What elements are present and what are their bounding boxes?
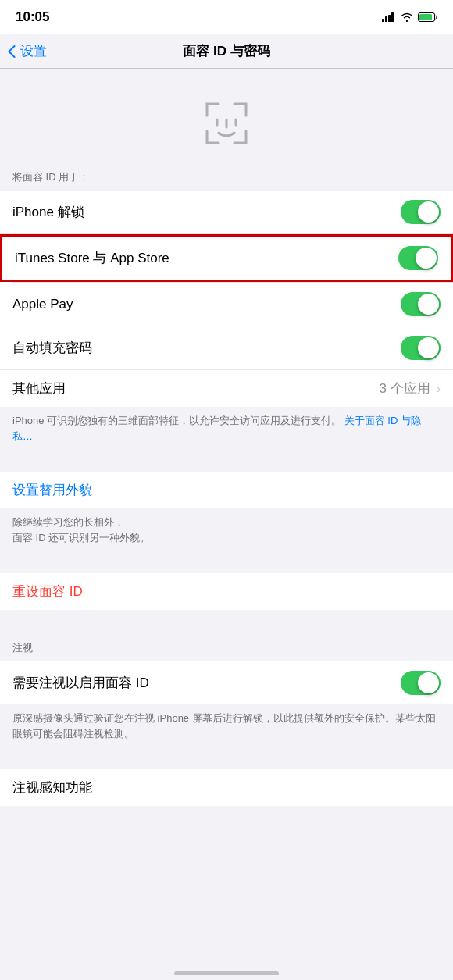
svg-rect-3	[391, 12, 394, 22]
require-attention-label: 需要注视以启用面容 ID	[12, 674, 149, 692]
attention-description: 原深感摄像头通过验证您在注视 iPhone 屏幕后进行解锁，以此提供额外的安全保…	[0, 704, 453, 754]
setup-alternate-label: 设置替用外貌	[12, 481, 92, 499]
section-label: 将面容 ID 用于：	[0, 170, 453, 191]
require-attention-row: 需要注视以启用面容 ID	[0, 661, 453, 704]
svg-rect-1	[385, 16, 387, 22]
itunes-appstore-row-inner: iTunes Store 与 App Store	[2, 237, 451, 280]
toggle-thumb	[418, 201, 439, 223]
face-id-container	[0, 69, 453, 170]
iphone-unlock-label: iPhone 解锁	[12, 203, 84, 221]
autofill-label: 自动填充密码	[12, 339, 92, 357]
itunes-appstore-label: iTunes Store 与 App Store	[15, 249, 169, 267]
back-button[interactable]: 设置	[8, 42, 47, 60]
reset-face-id-label: 重设面容 ID	[12, 583, 83, 600]
section-gap-4	[0, 625, 453, 641]
status-bar: 10:05	[0, 0, 453, 34]
svg-rect-2	[388, 15, 391, 22]
signal-icon	[382, 12, 396, 22]
chevron-icon: ›	[437, 382, 441, 396]
section-gap-5	[0, 754, 453, 769]
other-apps-value: 3 个应用 ›	[379, 380, 441, 397]
status-time: 10:05	[16, 9, 49, 25]
face-id-icon	[195, 92, 258, 155]
attention-settings-group: 需要注视以启用面容 ID	[0, 661, 453, 704]
toggle-thumb	[418, 337, 439, 358]
svg-rect-5	[419, 14, 432, 20]
back-label: 设置	[20, 42, 47, 60]
other-apps-row[interactable]: 其他应用 3 个应用 ›	[0, 370, 453, 407]
face-id-description: iPhone 可识别您独有的三维面部特征，以允许安全访问应用及进行支付。 关于面…	[0, 407, 453, 456]
toggle-thumb	[418, 672, 439, 693]
svg-rect-0	[382, 19, 384, 22]
setup-alternate-row[interactable]: 设置替用外貌	[0, 472, 453, 508]
settings-group-main: iPhone 解锁 iTunes Store 与 App Store Apple…	[0, 191, 453, 407]
status-icons	[382, 12, 437, 22]
itunes-appstore-toggle[interactable]	[398, 246, 438, 270]
itunes-appstore-row: iTunes Store 与 App Store	[0, 234, 453, 282]
attention-section-label: 注视	[0, 641, 453, 661]
section-gap-3	[0, 610, 453, 625]
toggle-thumb	[416, 248, 437, 269]
attention-aware-row: 注视感知功能	[0, 769, 453, 806]
attention-aware-label: 注视感知功能	[12, 779, 92, 796]
other-apps-label: 其他应用	[12, 380, 66, 397]
apple-pay-toggle[interactable]	[401, 292, 441, 316]
apple-pay-label: Apple Pay	[12, 297, 73, 312]
iphone-unlock-toggle[interactable]	[401, 200, 441, 224]
page-title: 面容 ID 与密码	[183, 42, 269, 60]
autofill-toggle[interactable]	[401, 336, 441, 360]
battery-icon	[418, 12, 437, 22]
apple-pay-row: Apple Pay	[0, 283, 453, 326]
autofill-row: 自动填充密码	[0, 326, 453, 370]
reset-face-id-row[interactable]: 重设面容 ID	[0, 573, 453, 610]
setup-alternate-desc: 除继续学习您的长相外，面容 ID 还可识别另一种外貌。	[0, 508, 453, 558]
iphone-unlock-row: iPhone 解锁	[0, 191, 453, 234]
toggle-thumb	[418, 294, 439, 315]
section-gap-1	[0, 456, 453, 472]
section-gap-2	[0, 558, 453, 573]
nav-bar: 设置 面容 ID 与密码	[0, 34, 453, 69]
wifi-icon	[401, 12, 413, 22]
home-indicator	[174, 971, 279, 975]
require-attention-toggle[interactable]	[401, 671, 441, 695]
attention-aware-group: 注视感知功能	[0, 769, 453, 806]
